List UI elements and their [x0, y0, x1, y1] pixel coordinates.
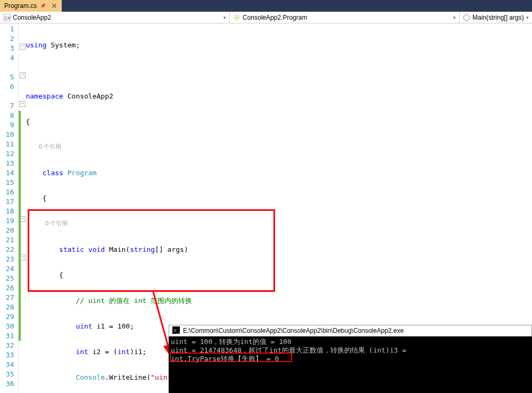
chevron-down-icon: ▾ — [223, 15, 226, 20]
console-title-text: E:\Common\Custom\ConsoleApp2\ConsoleApp2… — [183, 327, 404, 334]
fold-column: − − − − − — [19, 23, 23, 393]
class-icon — [233, 14, 240, 21]
csharp-project-icon: C# — [3, 14, 11, 21]
kw-using: using — [26, 41, 46, 49]
nav-class-label: ConsoleApp2.Program — [243, 14, 307, 21]
console-output[interactable]: uint = 100，转换为int的值 = 100 uint = 2147483… — [169, 337, 532, 364]
file-tab-program[interactable]: Program.cs 📌 ✕ — [0, 0, 62, 12]
change-marker — [19, 111, 21, 341]
codelens-refs[interactable]: 0 个引用 — [39, 143, 61, 150]
svg-point-3 — [236, 17, 238, 19]
nav-method-dropdown[interactable]: Main(string[] args) ▾ — [460, 12, 532, 23]
console-titlebar[interactable]: >_ E:\Common\Custom\ConsoleApp2\ConsoleA… — [169, 325, 532, 337]
nav-project-label: ConsoleApp2 — [13, 14, 51, 21]
nav-project-dropdown[interactable]: C# ConsoleApp2 ▾ — [0, 12, 230, 23]
nav-method-label: Main(string[] args) — [472, 14, 524, 21]
svg-text:>_: >_ — [173, 328, 180, 333]
chevron-down-icon: ▾ — [453, 15, 456, 20]
close-icon[interactable]: ✕ — [51, 2, 57, 10]
svg-text:C#: C# — [4, 15, 11, 21]
method-icon — [463, 14, 470, 21]
console-icon: >_ — [172, 326, 180, 335]
nav-class-dropdown[interactable]: ConsoleApp2.Program ▾ — [230, 12, 460, 23]
kw-namespace: namespace — [26, 92, 63, 100]
console-window: >_ E:\Common\Custom\ConsoleApp2\ConsoleA… — [169, 325, 532, 393]
file-tab-bar: Program.cs 📌 ✕ — [0, 0, 532, 12]
chevron-down-icon: ▾ — [526, 15, 529, 20]
svg-rect-4 — [463, 14, 470, 21]
tab-label: Program.cs — [4, 2, 37, 10]
pin-icon[interactable]: 📌 — [40, 3, 46, 9]
line-number-gutter: 1234 56 78910111213141516171819202122232… — [0, 23, 19, 393]
codelens-refs[interactable]: 0 个引用 — [45, 220, 68, 226]
code-nav-bar: C# ConsoleApp2 ▾ ConsoleApp2.Program ▾ M… — [0, 12, 532, 23]
